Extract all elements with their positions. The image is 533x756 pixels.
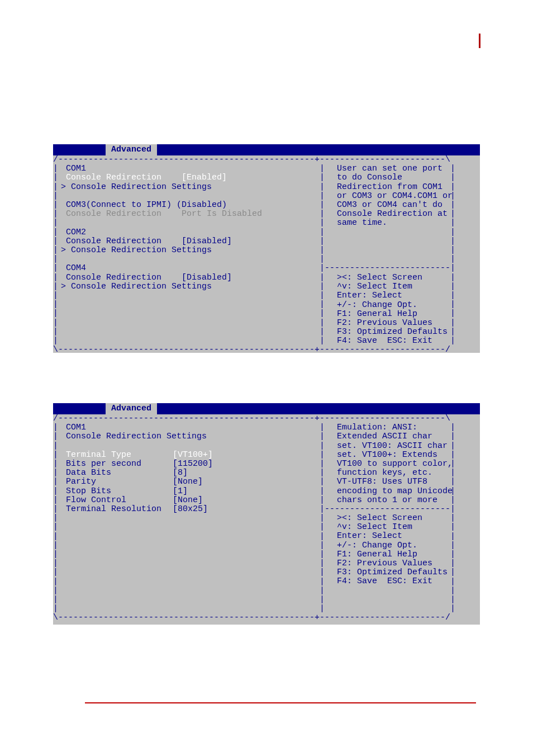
com1-settings-submenu[interactable]: > Console Redirection Settings bbox=[61, 182, 212, 192]
com2-header: COM2 bbox=[61, 228, 86, 237]
com1-title: COM1 bbox=[61, 423, 86, 432]
tab-advanced[interactable]: Advanced bbox=[106, 144, 157, 155]
com3-header: COM3(Connect to IPMI) (Disabled) bbox=[61, 200, 227, 210]
com1-subtitle: Console Redirection Settings bbox=[61, 432, 207, 441]
left-pane: COM1 Console Redirection [Enabled] > Con… bbox=[61, 164, 262, 291]
left-pane: COM1 Console Redirection Settings Termin… bbox=[61, 423, 213, 514]
bios-screen-com1-settings: Advanced /------------------------------… bbox=[53, 403, 480, 625]
data-bits-row[interactable]: Data Bits[8] bbox=[61, 468, 188, 478]
com3-console-redirection: Console Redirection Port Is Disabled bbox=[61, 209, 262, 219]
text-cursor bbox=[479, 34, 480, 48]
com4-settings-submenu[interactable]: > Console Redirection Settings bbox=[61, 282, 212, 291]
footer-divider bbox=[85, 702, 476, 703]
key-legend: ><: Select Screen ^v: Select Item Enter:… bbox=[337, 514, 448, 587]
help-text: Emulation: ANSI: Extended ASCII char set… bbox=[337, 423, 453, 505]
stop-bits-row[interactable]: Stop Bits[1] bbox=[61, 486, 188, 496]
bits-per-second-row[interactable]: Bits per second[115200] bbox=[61, 459, 213, 469]
parity-row[interactable]: Parity[None] bbox=[61, 477, 203, 486]
flow-control-row[interactable]: Flow Control[None] bbox=[61, 495, 203, 505]
com4-header: COM4 bbox=[61, 263, 86, 273]
com1-header: COM1 bbox=[61, 164, 86, 173]
terminal-type-row[interactable]: Terminal Type[VT100+] bbox=[61, 450, 213, 460]
com2-console-redirection[interactable]: Console Redirection [Disabled] bbox=[61, 237, 232, 246]
help-text: User can set one port to do Console Redi… bbox=[337, 164, 453, 228]
terminal-resolution-row[interactable]: Terminal Resolution[80x25] bbox=[61, 504, 208, 514]
key-legend: ><: Select Screen ^v: Select Item Enter:… bbox=[337, 273, 448, 346]
menu-bar[interactable]: Advanced bbox=[53, 144, 480, 155]
com1-console-redirection[interactable]: Console Redirection [Enabled] bbox=[61, 173, 227, 182]
bios-screen-console-redirection: Advanced /------------------------------… bbox=[53, 144, 480, 353]
com2-settings-submenu[interactable]: > Console Redirection Settings bbox=[61, 245, 212, 255]
com4-console-redirection[interactable]: Console Redirection [Disabled] bbox=[61, 273, 232, 282]
tab-advanced[interactable]: Advanced bbox=[106, 403, 157, 414]
menu-bar[interactable]: Advanced bbox=[53, 403, 480, 414]
